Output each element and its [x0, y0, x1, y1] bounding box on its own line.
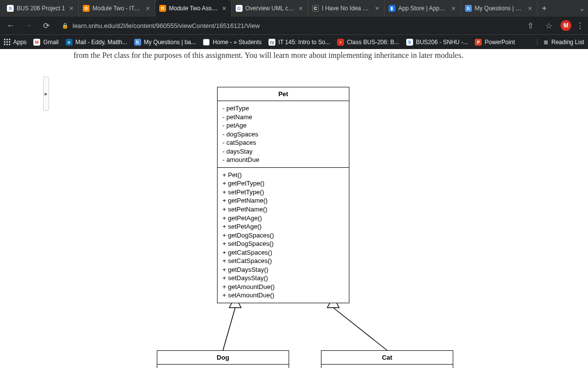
bookmark-home[interactable]: Home - » Students: [203, 39, 262, 46]
zybooks-icon: zy: [269, 39, 275, 46]
tab-title: I Have No Idea Where: [322, 5, 371, 12]
favicon: B: [159, 5, 166, 12]
favicon: C: [312, 5, 319, 12]
page-icon: [203, 39, 210, 46]
bookmark-bartleby[interactable]: b My Questions | ba...: [134, 39, 196, 46]
bartleby-icon: b: [134, 39, 141, 46]
uml-attributes: - petType - petName - petAge - dogSpaces…: [218, 101, 349, 168]
uml-methods: + Pet() + getPetType() + setPetType() + …: [218, 168, 349, 303]
outlook-icon: o: [66, 39, 73, 46]
tab-title: App Store | Apporto: [398, 5, 447, 12]
uml-class-dog: Dog - dogSpaceNumber: [157, 350, 289, 368]
close-icon[interactable]: ✕: [68, 5, 74, 12]
bookmark-class[interactable]: ▪ Class BUS-206: B...: [337, 39, 399, 46]
tab-title: Module Two - IT-145: [93, 5, 142, 12]
bookmark-outlook[interactable]: o Mail - Eddy, Matth...: [66, 39, 127, 46]
close-icon[interactable]: ✕: [221, 5, 227, 12]
tab-title: BUS 206 Project 1: [17, 5, 65, 12]
uml-attributes: - dogSpaceNumber: [157, 365, 289, 368]
class-icon: ▪: [337, 39, 344, 46]
browser-tab[interactable]: b My Questions | bartle ✕: [461, 0, 538, 17]
browser-tab[interactable]: ▮ App Store | Apporto ✕: [385, 0, 461, 17]
bookmark-label: Apps: [13, 39, 26, 46]
reload-button[interactable]: ⟳: [39, 19, 53, 32]
browser-tab-strip: S BUS 206 Project 1 ✕ B Module Two - IT-…: [0, 0, 588, 17]
tab-title: My Questions | bartle: [475, 5, 524, 12]
tab-list-button[interactable]: ⌄: [576, 0, 588, 17]
bookmark-label: BUS206 - SNHU -...: [416, 39, 468, 46]
share-icon[interactable]: ⇧: [523, 19, 537, 32]
browser-tab-active[interactable]: B Module Two Assignm ✕: [155, 0, 232, 17]
browser-tab[interactable]: C I Have No Idea Where ✕: [308, 0, 385, 17]
snhu-icon: S: [406, 39, 413, 46]
url-text: learn.snhu.edu/d2l/le/content/960555/vie…: [73, 22, 260, 29]
browser-tab[interactable]: G Overview UML class ✕: [232, 0, 308, 17]
uml-class-name: Cat: [321, 351, 453, 365]
forward-button[interactable]: →: [22, 19, 35, 32]
gmail-icon: M: [33, 39, 40, 46]
star-icon[interactable]: ☆: [542, 19, 556, 32]
bookmark-apps[interactable]: Apps: [4, 39, 26, 46]
bookmark-powerpoint[interactable]: P PowerPoint: [475, 39, 514, 46]
new-tab-button[interactable]: +: [538, 0, 551, 17]
assignment-text: from the Pet class for the purposes of t…: [0, 49, 588, 60]
profile-avatar[interactable]: M: [561, 20, 571, 31]
bookmarks-bar: Apps M Gmail o Mail - Eddy, Matth... b M…: [0, 34, 588, 49]
svg-line-1: [223, 308, 235, 350]
reading-list-label: Reading List: [551, 39, 584, 46]
uml-class-pet: Pet - petType - petName - petAge - dogSp…: [217, 87, 349, 303]
close-icon[interactable]: ✕: [374, 5, 380, 12]
uml-class-name: Pet: [218, 87, 349, 101]
close-icon[interactable]: ✕: [527, 5, 533, 12]
browser-toolbar: ← → ⟳ 🔒 learn.snhu.edu/d2l/le/content/96…: [0, 17, 588, 34]
bookmark-label: My Questions | ba...: [144, 39, 196, 46]
svg-line-3: [333, 308, 387, 350]
tab-title: Module Two Assignm: [169, 5, 218, 12]
bookmark-label: PowerPoint: [485, 39, 514, 46]
favicon: b: [465, 5, 472, 12]
page-content: from the Pet class for the purposes of t…: [0, 49, 588, 368]
browser-tab[interactable]: B Module Two - IT-145 ✕: [79, 0, 155, 17]
reading-list-button[interactable]: ≣ Reading List: [537, 39, 584, 46]
close-icon[interactable]: ✕: [297, 5, 304, 12]
list-icon: ≣: [543, 39, 548, 46]
uml-class-name: Dog: [157, 351, 289, 365]
uml-class-cat: Cat - catSpaceNumber: [321, 350, 453, 368]
bookmark-label: Class BUS-206: B...: [347, 39, 399, 46]
bookmark-gmail[interactable]: M Gmail: [33, 39, 58, 46]
favicon: G: [236, 5, 243, 12]
bookmark-label: Mail - Eddy, Matth...: [75, 39, 127, 46]
bookmark-zybooks[interactable]: zy IT 145: Intro to So...: [269, 39, 330, 46]
address-bar[interactable]: 🔒 learn.snhu.edu/d2l/le/content/960555/v…: [57, 22, 519, 29]
favicon: S: [7, 5, 14, 12]
lock-icon: 🔒: [62, 23, 69, 29]
powerpoint-icon: P: [475, 39, 482, 46]
menu-icon[interactable]: ⋮: [576, 21, 584, 30]
close-icon[interactable]: ✕: [145, 5, 151, 12]
apps-icon: [4, 39, 10, 45]
bookmark-label: Gmail: [43, 39, 58, 46]
bookmark-snhu[interactable]: S BUS206 - SNHU -...: [406, 39, 468, 46]
uml-diagram: Pet - petType - petName - petAge - dogSp…: [0, 60, 588, 368]
tab-title: Overview UML class: [245, 5, 294, 12]
favicon: ▮: [389, 5, 395, 12]
browser-tab[interactable]: S BUS 206 Project 1 ✕: [3, 0, 79, 17]
bookmark-label: Home - » Students: [213, 39, 262, 46]
close-icon[interactable]: ✕: [450, 5, 457, 12]
favicon: B: [83, 5, 90, 12]
back-button[interactable]: ←: [4, 19, 18, 32]
bookmark-label: IT 145: Intro to So...: [278, 39, 330, 46]
uml-attributes: - catSpaceNumber: [321, 365, 453, 368]
